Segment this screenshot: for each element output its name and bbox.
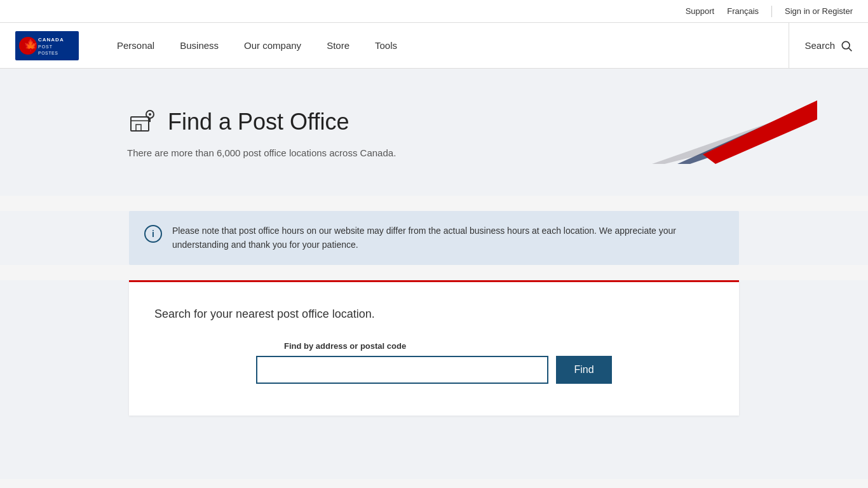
address-field-label: Find by address or postal code — [284, 341, 406, 351]
info-box: i Please note that post office hours on … — [129, 211, 739, 265]
hero-decoration-svg — [652, 100, 817, 164]
support-link[interactable]: Support — [686, 6, 715, 16]
info-text: Please note that post office hours on ou… — [172, 224, 724, 252]
address-input[interactable] — [256, 356, 548, 384]
nav-business[interactable]: Business — [167, 23, 231, 69]
svg-text:🍁: 🍁 — [24, 38, 38, 52]
nav-our-company[interactable]: Our company — [231, 23, 314, 69]
top-bar-links: Support Français Sign in or Register — [686, 6, 853, 17]
post-office-icon — [127, 107, 158, 137]
field-row: Find — [256, 356, 611, 384]
svg-point-12 — [149, 113, 151, 116]
svg-point-6 — [842, 41, 850, 49]
hero-title: Find a Post Office — [168, 109, 349, 135]
info-icon: i — [144, 225, 162, 243]
logo[interactable]: CANADA POST POSTES 🍁 — [15, 31, 79, 60]
search-section-title: Search for your nearest post office loca… — [154, 308, 714, 321]
nav-personal[interactable]: Personal — [104, 23, 167, 69]
nav-tools[interactable]: Tools — [362, 23, 410, 69]
hero-subtitle: There are more than 6,000 post office lo… — [127, 147, 741, 158]
search-icon[interactable] — [840, 39, 853, 52]
svg-text:CANADA: CANADA — [38, 37, 64, 43]
svg-text:POSTES: POSTES — [38, 51, 58, 55]
nav-items: Personal Business Our company Store Tool… — [104, 23, 789, 69]
top-bar-divider — [771, 6, 772, 17]
hero-title-row: Find a Post Office — [127, 107, 741, 137]
svg-rect-8 — [131, 117, 149, 131]
sign-in-link[interactable]: Sign in or Register — [785, 6, 853, 16]
main-nav: CANADA POST POSTES 🍁 Personal Business O… — [0, 23, 868, 69]
search-label: Search — [804, 40, 835, 51]
find-button[interactable]: Find — [556, 356, 611, 384]
search-area[interactable]: Search — [789, 23, 853, 69]
svg-rect-9 — [136, 125, 141, 131]
search-section: Search for your nearest post office loca… — [129, 280, 739, 416]
canada-post-logo-svg: CANADA POST POSTES 🍁 — [15, 31, 79, 60]
hero-decoration — [652, 100, 817, 164]
top-bar: Support Français Sign in or Register — [0, 0, 868, 23]
nav-store[interactable]: Store — [314, 23, 362, 69]
francais-link[interactable]: Français — [727, 6, 759, 16]
svg-text:POST: POST — [38, 44, 53, 49]
svg-line-7 — [849, 48, 852, 51]
hero-section: Find a Post Office There are more than 6… — [0, 69, 868, 196]
